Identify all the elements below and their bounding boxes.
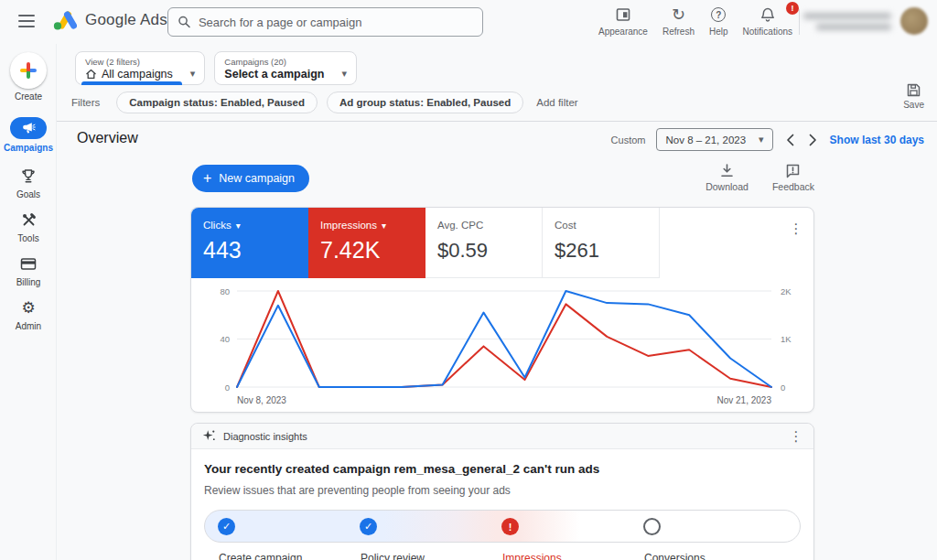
notifications-button[interactable]: ! Notifications [743,5,792,37]
chevron-down-icon: ▾ [341,68,347,80]
filter-chip-campaign-status[interactable]: Campaign status: Enabled, Paused [116,92,318,113]
sidebar-item-admin[interactable]: ⚙ Admin [0,297,57,331]
metric-tile-avg-cpc[interactable]: Avg. CPC $0.59 [425,208,543,278]
left-nav: Create Campaigns Goals Tools Billing [0,44,57,560]
sidebar-item-billing[interactable]: Billing [0,253,57,287]
refresh-label: Refresh [662,27,695,37]
account-menu[interactable] [803,7,928,35]
step-done-icon[interactable]: ✓ [218,518,235,535]
diagnostic-card-header: Diagnostic insights [191,424,813,449]
date-range-value: Nov 8 – 21, 2023 [665,135,746,145]
step-label-create-campaign: Create campaign [219,552,302,560]
add-filter-button[interactable]: Add filter [536,97,577,108]
refresh-icon: ↻ [672,5,685,24]
step-done-icon[interactable]: ✓ [360,518,377,535]
step-error-icon[interactable]: ! [501,518,519,535]
chevron-down-icon: ▾ [759,134,764,145]
diagnostic-title: Your recently created campaign rem_mesa_… [204,462,599,476]
svg-text:2K: 2K [781,286,792,296]
clicks-value: 443 [203,237,308,264]
filter-chip-adgroup-status[interactable]: Ad group status: Enabled, Paused [327,92,523,113]
trophy-icon [20,166,37,186]
view-dropdown-value: All campaigns [102,68,173,81]
svg-text:0: 0 [781,382,785,393]
filters-bar: Filters Campaign status: Enabled, Paused… [71,92,578,113]
save-button[interactable]: Save [903,82,924,110]
previous-period-button[interactable] [784,134,796,146]
card-actions: Download Feedback [705,163,814,192]
overview-header: Overview Custom Nov 8 – 21, 2023 ▾ Show … [57,122,937,155]
svg-text:0: 0 [225,382,230,393]
trend-chart: 80 40 0 2K 1K 0 Nov 8, 2023 Nov 21, 2 [191,279,815,414]
metric-tile-impressions[interactable]: Impressions▾ 7.42K [308,208,425,278]
refresh-button[interactable]: ↻ Refresh [662,5,695,37]
menu-icon[interactable] [18,15,35,27]
bell-icon: ! [759,5,776,24]
metric-tile-clicks[interactable]: Clicks▾ 443 [191,208,308,278]
diagnostic-subtitle: Review issues that are preventing people… [204,484,511,497]
date-range-selector[interactable]: Nov 8 – 21, 2023 ▾ [656,128,772,151]
topbar-divider [799,9,800,35]
kebab-menu-icon[interactable]: ⋮ [788,220,804,238]
global-search[interactable] [167,7,483,37]
date-range-controls: Custom Nov 8 – 21, 2023 ▾ Show last 30 d… [611,128,924,151]
svg-text:Nov 8, 2023: Nov 8, 2023 [237,395,286,405]
next-period-button[interactable] [807,134,819,146]
search-icon [178,15,191,29]
top-app-bar: Google Ads Appearance ↻ Refresh ? Hel [0,0,937,44]
svg-text:1K: 1K [781,334,792,344]
performance-card: Clicks▾ 443 Impressions▾ 7.42K Avg. CPC … [190,207,814,413]
notification-badge: ! [786,2,799,15]
feedback-button[interactable]: Feedback [772,163,814,192]
step-label-policy-review: Policy review [361,552,425,560]
google-ads-app: Google Ads Appearance ↻ Refresh ? Hel [0,0,937,560]
new-campaign-button[interactable]: + New campaign [192,165,309,192]
notifications-label: Notifications [743,27,792,37]
avg-cpc-value: $0.59 [437,239,542,263]
step-label-impressions: Impressions [502,552,562,560]
svg-text:40: 40 [220,334,230,344]
diagnostic-insights-card: Diagnostic insights ⋮ Your recently crea… [190,423,814,560]
appearance-icon [615,5,631,24]
help-icon: ? [711,5,726,24]
create-button[interactable] [10,52,47,89]
megaphone-icon [10,117,47,139]
view-dropdown[interactable]: View (2 filters) All campaigns ▾ [75,51,205,85]
search-input[interactable] [199,16,473,29]
campaign-dropdown-label: Campaigns (20) [224,57,347,67]
step-pending-icon[interactable] [643,518,661,535]
plus-icon [20,62,37,79]
cost-value: $261 [555,239,659,263]
brand: Google Ads [53,10,167,30]
show-last-30-days-link[interactable]: Show last 30 days [830,134,924,146]
metric-tile-cost[interactable]: Cost $261 [543,208,660,278]
sparkle-icon [202,429,216,443]
chevron-down-icon: ▾ [190,68,196,80]
tools-icon [21,210,37,230]
x-axis-labels: Nov 8, 2023 Nov 21, 2023 [237,395,771,405]
help-button[interactable]: ? Help [709,5,728,37]
sidebar-item-campaigns[interactable]: Campaigns [0,117,57,153]
sidebar-item-goals[interactable]: Goals [0,166,57,199]
google-ads-logo-icon [53,10,77,30]
sidebar-item-tools[interactable]: Tools [0,210,57,243]
avatar[interactable] [900,7,928,35]
svg-text:Nov 21, 2023: Nov 21, 2023 [717,395,772,405]
campaign-dropdown-value: Select a campaign [224,68,324,81]
help-label: Help [709,27,728,37]
scope-selectors: View (2 filters) All campaigns ▾ Campaig… [75,51,357,85]
custom-range-label: Custom [611,135,646,145]
appearance-label: Appearance [598,27,648,37]
download-button[interactable]: Download [705,163,749,192]
appearance-button[interactable]: Appearance [598,5,648,37]
campaign-status-stepper: ✓ ✓ ! [204,510,801,543]
right-axis-ticks: 2K 1K 0 [781,286,792,393]
metric-tiles: Clicks▾ 443 Impressions▾ 7.42K Avg. CPC … [191,208,660,278]
credit-card-icon [20,253,37,274]
download-icon [719,163,735,178]
campaign-dropdown[interactable]: Campaigns (20) Select a campaign ▾ [214,51,357,85]
gridlines [237,291,771,387]
main-content: View (2 filters) All campaigns ▾ Campaig… [57,44,937,560]
kebab-menu-icon[interactable]: ⋮ [788,427,804,446]
step-label-conversions: Conversions [644,552,705,560]
